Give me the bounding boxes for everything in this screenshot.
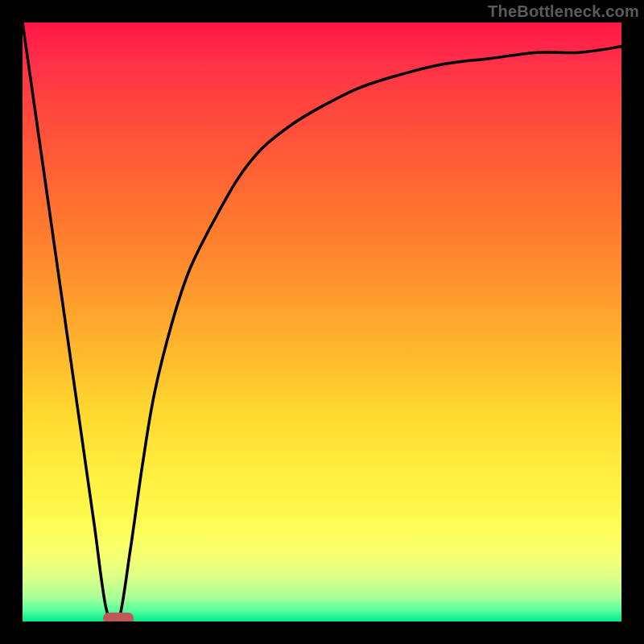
- plot-area: [23, 23, 621, 621]
- curve-svg: [23, 23, 621, 621]
- watermark-label: TheBottleneck.com: [488, 2, 639, 21]
- minimum-marker: [103, 613, 134, 621]
- bottleneck-curve: [23, 23, 621, 621]
- chart-frame: TheBottleneck.com: [0, 0, 644, 644]
